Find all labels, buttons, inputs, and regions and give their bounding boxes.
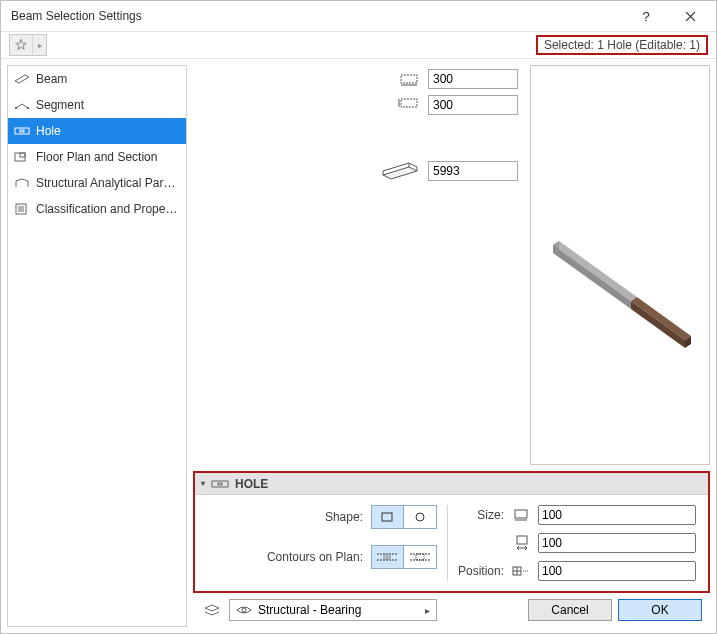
sidebar-item-label: Segment bbox=[36, 98, 84, 112]
params-panel bbox=[193, 65, 526, 465]
disclosure-icon: ▾ bbox=[201, 479, 205, 488]
selection-status: Selected: 1 Hole (Editable: 1) bbox=[536, 35, 708, 55]
sidebar-item-label: Hole bbox=[36, 124, 61, 138]
segment-icon bbox=[14, 97, 30, 113]
contours-full-option[interactable] bbox=[372, 546, 404, 568]
cancel-button[interactable]: Cancel bbox=[528, 599, 612, 621]
circle-shape-icon bbox=[413, 511, 427, 523]
size-w-icon bbox=[510, 506, 532, 524]
hole-section-icon bbox=[211, 478, 229, 490]
position-label: Position: bbox=[458, 564, 504, 578]
width-icon bbox=[396, 70, 422, 88]
favorites-button[interactable]: ▸ bbox=[9, 34, 47, 56]
svg-rect-22 bbox=[382, 513, 392, 521]
hole-panel: ▾ HOLE Shape: Conto bbox=[193, 471, 710, 593]
sidebar-item-label: Structural Analytical Paramet... bbox=[36, 176, 180, 190]
height-input[interactable] bbox=[428, 95, 518, 115]
svg-rect-2 bbox=[15, 128, 29, 134]
hole-shape-row: Shape: bbox=[207, 505, 437, 529]
eye-icon bbox=[236, 605, 252, 615]
hole-left-column: Shape: Contours on Plan: bbox=[207, 505, 448, 581]
svg-marker-18 bbox=[631, 301, 685, 348]
hole-size-w-row: Size: bbox=[458, 505, 696, 525]
sidebar-item-classification[interactable]: Classification and Properties bbox=[8, 196, 186, 222]
sidebar-item-beam[interactable]: Beam bbox=[8, 66, 186, 92]
titlebar: Beam Selection Settings ? bbox=[1, 1, 716, 31]
svg-point-23 bbox=[416, 513, 424, 521]
shape-label: Shape: bbox=[207, 510, 363, 524]
height-icon bbox=[396, 96, 422, 114]
star-icon bbox=[10, 34, 32, 56]
param-width-row bbox=[201, 69, 518, 89]
classification-icon bbox=[14, 201, 30, 217]
hole-panel-header[interactable]: ▾ HOLE bbox=[195, 473, 708, 495]
sidebar-item-segment[interactable]: Segment bbox=[8, 92, 186, 118]
shape-toggle bbox=[371, 505, 437, 529]
cancel-label: Cancel bbox=[551, 603, 588, 617]
svg-rect-12 bbox=[401, 99, 417, 107]
svg-rect-20 bbox=[212, 481, 228, 487]
param-height-row bbox=[201, 95, 518, 115]
hole-icon bbox=[14, 123, 30, 139]
hole-position-row: Position: bbox=[458, 561, 696, 581]
dialog-body: Beam Segment Hole Floor Plan and Section… bbox=[1, 59, 716, 633]
hole-right-column: Size: Position: bbox=[448, 505, 696, 581]
svg-rect-30 bbox=[515, 510, 527, 518]
sidebar-item-floorplan[interactable]: Floor Plan and Section bbox=[8, 144, 186, 170]
layer-name: Structural - Bearing bbox=[258, 603, 419, 617]
hole-size-h-row bbox=[458, 533, 696, 553]
footer: Structural - Bearing ▸ Cancel OK bbox=[193, 593, 710, 627]
sidebar-item-label: Beam bbox=[36, 72, 67, 86]
sidebar-item-structural[interactable]: Structural Analytical Paramet... bbox=[8, 170, 186, 196]
contours-outline-option[interactable] bbox=[404, 546, 436, 568]
length-icon bbox=[378, 162, 422, 180]
size-w-input[interactable] bbox=[538, 505, 696, 525]
close-button[interactable] bbox=[668, 2, 712, 30]
layer-combo[interactable]: Structural - Bearing ▸ bbox=[229, 599, 437, 621]
svg-rect-5 bbox=[20, 153, 25, 157]
shape-circle-option[interactable] bbox=[404, 506, 436, 528]
beam-icon bbox=[14, 71, 30, 87]
ok-button[interactable]: OK bbox=[618, 599, 702, 621]
svg-rect-1 bbox=[27, 107, 29, 109]
sidebar-item-label: Floor Plan and Section bbox=[36, 150, 157, 164]
contours-outline-icon bbox=[410, 550, 430, 564]
hole-panel-body: Shape: Contours on Plan: bbox=[195, 495, 708, 591]
svg-rect-0 bbox=[15, 107, 17, 109]
size-h-input[interactable] bbox=[538, 533, 696, 553]
svg-rect-29 bbox=[416, 554, 424, 560]
chevron-down-icon: ▸ bbox=[32, 34, 46, 56]
contours-full-icon bbox=[377, 550, 397, 564]
close-icon bbox=[685, 11, 696, 22]
size-label: Size: bbox=[477, 508, 504, 522]
svg-rect-32 bbox=[517, 536, 527, 544]
contours-label: Contours on Plan: bbox=[207, 550, 363, 564]
width-input[interactable] bbox=[428, 69, 518, 89]
dialog-window: Beam Selection Settings ? ▸ Selected: 1 … bbox=[0, 0, 717, 634]
help-button[interactable]: ? bbox=[624, 2, 668, 30]
preview-3d[interactable] bbox=[530, 65, 710, 465]
beam-preview-icon bbox=[535, 145, 705, 385]
position-input[interactable] bbox=[538, 561, 696, 581]
sidebar-item-hole[interactable]: Hole bbox=[8, 118, 186, 144]
shape-rect-option[interactable] bbox=[372, 506, 404, 528]
svg-rect-26 bbox=[383, 554, 391, 560]
svg-rect-21 bbox=[218, 483, 222, 485]
ok-label: OK bbox=[651, 603, 668, 617]
window-title: Beam Selection Settings bbox=[11, 9, 624, 23]
top-area bbox=[193, 65, 710, 465]
chevron-right-icon: ▸ bbox=[425, 605, 430, 616]
svg-rect-10 bbox=[401, 75, 417, 83]
param-length-row bbox=[201, 161, 518, 181]
svg-point-38 bbox=[242, 608, 246, 612]
length-input[interactable] bbox=[428, 161, 518, 181]
svg-marker-17 bbox=[631, 297, 691, 340]
hole-panel-title: HOLE bbox=[235, 477, 268, 491]
sidebar-item-label: Classification and Properties bbox=[36, 202, 180, 216]
layers-icon bbox=[201, 603, 223, 617]
toolbar: ▸ Selected: 1 Hole (Editable: 1) bbox=[1, 31, 716, 59]
position-icon bbox=[510, 562, 532, 580]
svg-rect-3 bbox=[20, 130, 24, 132]
size-h-icon bbox=[510, 534, 532, 552]
sidebar: Beam Segment Hole Floor Plan and Section… bbox=[7, 65, 187, 627]
